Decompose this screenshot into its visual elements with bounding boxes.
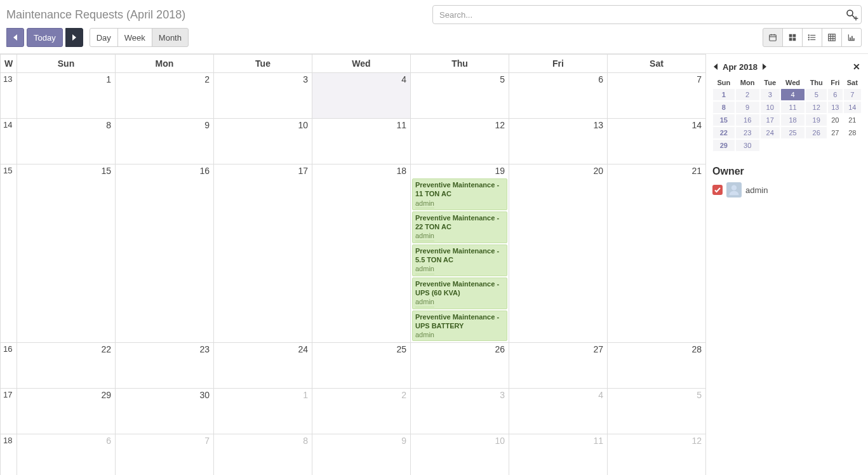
calendar-day-cell[interactable]: 9 bbox=[116, 119, 214, 164]
calendar-day-cell[interactable]: 25 bbox=[312, 343, 411, 389]
calendar-day-cell[interactable]: 10 bbox=[214, 119, 312, 164]
calendar-day-cell[interactable]: 3 bbox=[411, 389, 509, 434]
mini-day[interactable]: 3 bbox=[760, 88, 780, 101]
calendar-event[interactable]: Preventive Maintenance - 5.5 TON ACadmin bbox=[412, 244, 507, 276]
mini-day[interactable]: 15 bbox=[712, 114, 735, 126]
mini-day[interactable]: 8 bbox=[712, 101, 735, 114]
calendar-day-cell[interactable]: 1 bbox=[214, 389, 312, 434]
mini-prev-button[interactable] bbox=[712, 60, 719, 73]
view-pivot-button[interactable] bbox=[822, 28, 842, 47]
calendar-day-cell[interactable]: 6 bbox=[17, 434, 116, 475]
view-month-button[interactable]: Month bbox=[152, 28, 189, 47]
calendar-day-cell[interactable]: 30 bbox=[116, 389, 214, 434]
calendar-day-cell[interactable]: 8 bbox=[214, 434, 312, 475]
calendar-event[interactable]: Preventive Maintenance - 22 TON ACadmin bbox=[412, 211, 507, 243]
search-icon[interactable] bbox=[845, 8, 858, 20]
calendar-day-cell[interactable]: 21 bbox=[608, 164, 706, 343]
calendar-day-cell[interactable]: 9 bbox=[312, 434, 411, 475]
mini-day[interactable]: 6 bbox=[827, 88, 843, 101]
prev-button[interactable] bbox=[6, 28, 24, 47]
calendar-day-cell[interactable]: 11 bbox=[509, 434, 608, 475]
view-week-button[interactable]: Week bbox=[117, 28, 152, 47]
calendar-day-cell[interactable]: 26 bbox=[411, 343, 509, 389]
calendar-day-cell[interactable]: 8 bbox=[17, 119, 116, 164]
mini-day[interactable]: 13 bbox=[827, 101, 843, 114]
calendar-day-cell[interactable]: 5 bbox=[411, 73, 509, 119]
calendar-day-cell[interactable]: 18 bbox=[312, 164, 411, 343]
calendar-day-cell[interactable]: 23 bbox=[116, 343, 214, 389]
mini-day[interactable]: 17 bbox=[760, 114, 780, 126]
mini-next-button[interactable] bbox=[761, 60, 768, 73]
mini-day[interactable]: 20 bbox=[827, 114, 843, 126]
svg-rect-27 bbox=[851, 36, 853, 41]
mini-day[interactable]: 10 bbox=[760, 101, 780, 114]
calendar-day-cell[interactable]: 1 bbox=[17, 73, 116, 119]
calendar-day-cell[interactable]: 29 bbox=[17, 389, 116, 434]
mini-close-button[interactable]: ✕ bbox=[851, 60, 862, 73]
mini-day[interactable]: 16 bbox=[735, 114, 760, 126]
mini-day[interactable]: 23 bbox=[735, 126, 760, 139]
mini-day[interactable]: 28 bbox=[843, 126, 862, 139]
owner-item[interactable]: admin bbox=[712, 182, 862, 197]
calendar-day-cell[interactable]: 15 bbox=[17, 164, 116, 343]
calendar-day-cell[interactable]: 5 bbox=[608, 389, 706, 434]
mini-day[interactable]: 19 bbox=[805, 114, 827, 126]
calendar-day-cell[interactable]: 7 bbox=[116, 434, 214, 475]
calendar-day-cell[interactable]: 14 bbox=[608, 119, 706, 164]
mini-day[interactable]: 5 bbox=[805, 88, 827, 101]
week-number: 13 bbox=[1, 73, 17, 119]
calendar-day-cell[interactable]: 20 bbox=[509, 164, 608, 343]
calendar-day-cell[interactable]: 28 bbox=[608, 343, 706, 389]
view-graph-button[interactable] bbox=[841, 28, 862, 47]
calendar-day-cell[interactable]: 19Preventive Maintenance - 11 TON ACadmi… bbox=[411, 164, 509, 343]
mini-day-header: Sat bbox=[843, 77, 862, 88]
svg-rect-9 bbox=[789, 34, 792, 37]
view-list-button[interactable] bbox=[802, 28, 822, 47]
calendar-header: Tue bbox=[214, 55, 312, 73]
mini-day[interactable]: 27 bbox=[827, 126, 843, 139]
calendar-day-cell[interactable]: 17 bbox=[214, 164, 312, 343]
view-day-button[interactable]: Day bbox=[90, 28, 118, 47]
calendar-event[interactable]: Preventive Maintenance - 11 TON ACadmin bbox=[412, 178, 507, 210]
calendar-day-cell[interactable]: 2 bbox=[312, 389, 411, 434]
calendar-day-cell[interactable]: 7 bbox=[608, 73, 706, 119]
view-kanban-button[interactable] bbox=[782, 28, 803, 47]
calendar-day-cell[interactable]: 27 bbox=[509, 343, 608, 389]
calendar-day-cell[interactable]: 2 bbox=[116, 73, 214, 119]
search-input[interactable] bbox=[432, 5, 862, 24]
mini-day[interactable]: 7 bbox=[843, 88, 862, 101]
mini-day[interactable]: 2 bbox=[735, 88, 760, 101]
calendar-day-cell[interactable]: 6 bbox=[509, 73, 608, 119]
calendar-event[interactable]: Preventive Maintenance - UPS BATTERYadmi… bbox=[412, 311, 507, 342]
calendar-day-cell[interactable]: 11 bbox=[312, 119, 411, 164]
next-button[interactable] bbox=[65, 28, 83, 47]
today-button[interactable]: Today bbox=[27, 28, 63, 47]
mini-day[interactable]: 18 bbox=[780, 114, 806, 126]
mini-day[interactable]: 4 bbox=[780, 88, 806, 101]
mini-day[interactable]: 29 bbox=[712, 139, 735, 152]
mini-day[interactable]: 26 bbox=[805, 126, 827, 139]
mini-day[interactable]: 21 bbox=[843, 114, 862, 126]
calendar-day-cell[interactable]: 12 bbox=[411, 119, 509, 164]
calendar-day-cell[interactable]: 4 bbox=[312, 73, 411, 119]
mini-day[interactable]: 12 bbox=[805, 101, 827, 114]
calendar-event[interactable]: Preventive Maintenance - UPS (60 KVA)adm… bbox=[412, 278, 507, 309]
calendar-day-cell[interactable]: 12 bbox=[608, 434, 706, 475]
calendar-day-cell[interactable]: 4 bbox=[509, 389, 608, 434]
calendar-day-cell[interactable]: 3 bbox=[214, 73, 312, 119]
mini-day[interactable]: 11 bbox=[780, 101, 806, 114]
mini-day[interactable]: 14 bbox=[843, 101, 862, 114]
calendar-day-cell[interactable]: 10 bbox=[411, 434, 509, 475]
mini-day[interactable]: 30 bbox=[735, 139, 760, 152]
view-calendar-button[interactable] bbox=[763, 28, 783, 47]
calendar-day-cell[interactable]: 13 bbox=[509, 119, 608, 164]
owner-checkbox[interactable] bbox=[712, 185, 723, 195]
calendar-day-cell[interactable]: 16 bbox=[116, 164, 214, 343]
mini-day[interactable]: 25 bbox=[780, 126, 806, 139]
calendar-day-cell[interactable]: 22 bbox=[17, 343, 116, 389]
calendar-day-cell[interactable]: 24 bbox=[214, 343, 312, 389]
mini-day[interactable]: 9 bbox=[735, 101, 760, 114]
mini-day[interactable]: 22 bbox=[712, 126, 735, 139]
mini-day[interactable]: 24 bbox=[760, 126, 780, 139]
mini-day[interactable]: 1 bbox=[712, 88, 735, 101]
